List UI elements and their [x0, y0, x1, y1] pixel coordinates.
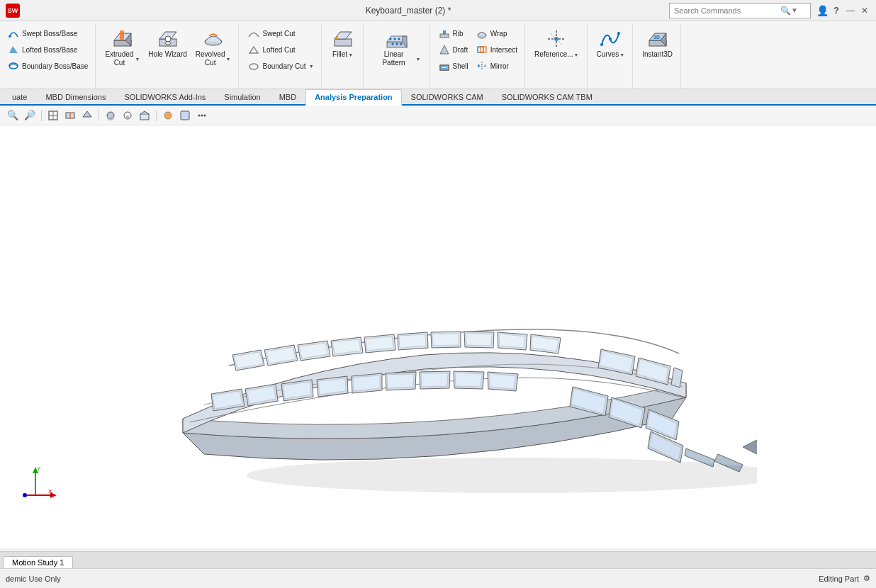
- boundary-cut-arrow[interactable]: ▼: [309, 64, 314, 69]
- reference-button[interactable]: Reference... ▼: [531, 26, 582, 61]
- svg-text:Y: Y: [37, 465, 41, 472]
- tab-mbd-dimensions[interactable]: MBD Dimensions: [36, 89, 115, 104]
- more-view-button[interactable]: [195, 108, 209, 123]
- swept-boss-icon: [7, 27, 20, 40]
- curves-button[interactable]: Curves ▼: [593, 26, 629, 61]
- zoom-in-button[interactable]: 🔎: [23, 108, 37, 123]
- lofted-boss-base-button[interactable]: Lofted Boss/Base: [4, 42, 91, 57]
- hole-wizard-label: Hole Wizard: [148, 50, 186, 59]
- svg-rect-29: [442, 67, 447, 69]
- tabs-bar: uate MBD Dimensions SOLIDWORKS Add-Ins S…: [0, 89, 876, 106]
- appearance-button[interactable]: [161, 108, 175, 123]
- wrap-icon: [476, 27, 488, 40]
- zoom-to-fit-button[interactable]: 🔍: [6, 108, 20, 123]
- tab-solidworks-cam-tbm[interactable]: SOLIDWORKS CAM TBM: [493, 89, 602, 104]
- svg-point-59: [198, 114, 201, 116]
- instant3d-button[interactable]: 3D Instant3D: [639, 26, 676, 61]
- tab-mbd[interactable]: MBD: [270, 89, 305, 104]
- user-icon[interactable]: 👤: [816, 5, 828, 16]
- reference-arrow[interactable]: ▼: [574, 52, 579, 57]
- ribbon-group-curves: Curves ▼: [589, 24, 634, 89]
- linear-pattern-button[interactable]: Linear Pattern ▼: [369, 26, 425, 69]
- window-title: Keyboard_master (2) *: [147, 6, 669, 16]
- svg-point-39: [554, 37, 558, 41]
- shadows-button[interactable]: [103, 108, 118, 123]
- boundary-cut-button[interactable]: Boundary Cut ▼: [245, 58, 316, 74]
- ribbon-group-boss-base: Swept Boss/Base Lofted Boss/Base Boundar…: [0, 24, 96, 89]
- close-button[interactable]: ✕: [859, 5, 870, 16]
- swept-boss-base-button[interactable]: Swept Boss/Base: [4, 26, 91, 41]
- boundary-boss-base-button[interactable]: Boundary Boss/Base: [4, 58, 91, 74]
- motion-study-tab[interactable]: Motion Study 1: [3, 556, 73, 568]
- svg-rect-25: [440, 34, 449, 38]
- fillet-label: Fillet: [332, 50, 347, 59]
- view-orient-button[interactable]: [46, 108, 60, 123]
- help-button[interactable]: ?: [831, 5, 842, 16]
- draft-icon: [438, 43, 451, 56]
- lofted-cut-button[interactable]: Lofted Cut: [245, 42, 316, 57]
- linear-pattern-arrow[interactable]: ▼: [416, 57, 421, 62]
- extruded-cut-label: ExtrudedCut: [105, 50, 133, 67]
- tab-solidworks-addins[interactable]: SOLIDWORKS Add-Ins: [115, 89, 215, 104]
- intersect-button[interactable]: Intersect: [473, 42, 520, 57]
- lofted-boss-label: Lofted Boss/Base: [22, 46, 77, 54]
- svg-point-60: [201, 114, 203, 116]
- search-dropdown-arrow[interactable]: ▼: [791, 6, 798, 14]
- mirror-button[interactable]: Mirror: [473, 58, 520, 74]
- hole-wizard-button[interactable]: Hole Wizard: [145, 26, 190, 61]
- 3d-model-area[interactable]: [0, 125, 876, 548]
- instant3d-label: Instant3D: [642, 50, 673, 59]
- title-bar: SW Keyboard_master (2) * 🔍 ▼ 👤 ? — ✕: [0, 0, 876, 21]
- status-gear-icon: ⚙: [863, 574, 870, 583]
- swept-boss-label: Swept Boss/Base: [22, 30, 77, 38]
- svg-point-2: [9, 63, 18, 69]
- tab-solidworks-cam[interactable]: SOLIDWORKS CAM: [402, 89, 493, 104]
- fillet-button[interactable]: Fillet ▼: [327, 26, 359, 61]
- revolved-cut-arrow[interactable]: ▼: [226, 57, 231, 62]
- svg-point-57: [164, 112, 172, 119]
- wrap-button[interactable]: Wrap: [473, 26, 520, 41]
- svg-point-41: [609, 38, 612, 40]
- svg-marker-35: [483, 64, 486, 68]
- revolved-cut-label: RevolvedCut: [196, 50, 225, 67]
- scene-button[interactable]: [137, 108, 152, 123]
- svg-rect-0: [9, 35, 11, 38]
- ribbon-group-linear-pattern: Linear Pattern ▼: [365, 24, 429, 89]
- rib-icon: [438, 27, 451, 40]
- revolved-cut-button[interactable]: RevolvedCut ▼: [192, 26, 235, 69]
- tab-simulation[interactable]: Simulation: [215, 89, 269, 104]
- minimize-button[interactable]: —: [845, 5, 856, 16]
- fillet-arrow[interactable]: ▼: [348, 52, 353, 57]
- separator-2: [99, 110, 99, 121]
- svg-point-24: [400, 43, 402, 45]
- scene-bg-button[interactable]: [178, 108, 192, 123]
- curves-arrow[interactable]: ▼: [619, 52, 624, 57]
- search-box[interactable]: 🔍 ▼: [669, 3, 811, 18]
- extruded-cut-arrow[interactable]: ▼: [135, 57, 140, 62]
- extruded-cut-button[interactable]: ExtrudedCut ▼: [101, 26, 143, 69]
- svg-point-54: [107, 118, 114, 120]
- svg-text:3D: 3D: [653, 35, 660, 40]
- tab-analysis-preparation[interactable]: Analysis Preparation: [305, 89, 401, 106]
- lofted-boss-icon: [7, 43, 20, 56]
- svg-point-42: [617, 32, 620, 35]
- display-style-button[interactable]: [80, 108, 94, 123]
- svg-point-21: [398, 38, 400, 40]
- swept-cut-label: Swept Cut: [262, 30, 295, 38]
- curves-label: Curves: [597, 50, 619, 59]
- tab-evaluate[interactable]: uate: [3, 89, 36, 104]
- draft-button[interactable]: Draft: [435, 42, 471, 57]
- shell-button[interactable]: Shell: [435, 58, 471, 74]
- svg-point-20: [393, 38, 395, 40]
- ambient-occlusion-button[interactable]: [120, 108, 135, 123]
- swept-cut-button[interactable]: Swept Cut: [245, 26, 316, 41]
- search-input[interactable]: [674, 6, 780, 15]
- intersect-icon: [476, 43, 488, 56]
- keyboard-model-svg: [119, 178, 757, 497]
- ribbon-group-extrude: ExtrudedCut ▼ Hole Wizard: [97, 24, 239, 89]
- rib-button[interactable]: Rib: [435, 26, 471, 41]
- status-bar: demic Use Only Editing Part ⚙: [0, 568, 876, 588]
- status-left: demic Use Only: [6, 575, 61, 583]
- svg-point-40: [600, 43, 603, 46]
- section-view-button[interactable]: [63, 108, 77, 123]
